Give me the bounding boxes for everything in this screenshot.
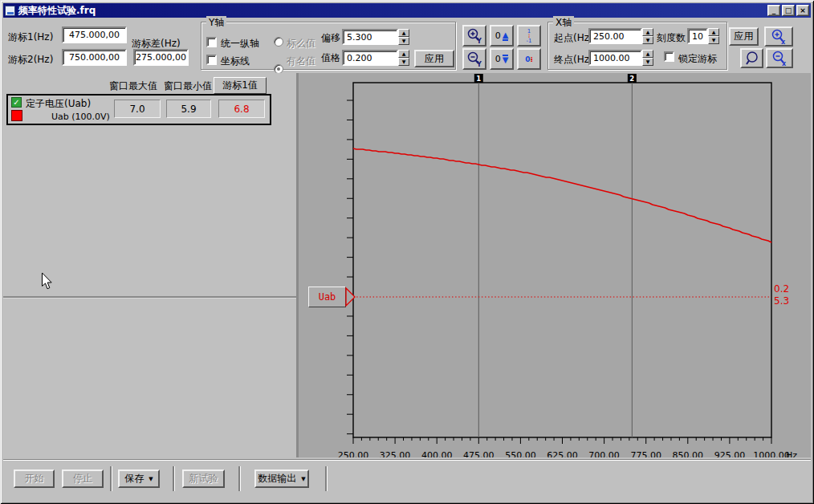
tick-count-field[interactable]: 10 <box>687 28 708 44</box>
maximize-button[interactable]: □ <box>782 5 795 16</box>
plus-minus-one-axis-icon: 1⁞-1 <box>527 29 532 43</box>
cursor1-label: 游标1(Hz) <box>8 30 53 44</box>
panel-splitter[interactable] <box>3 296 296 298</box>
x-tick-label: 1000.00 <box>753 450 790 457</box>
center-zero-button[interactable]: 0⁞ <box>517 48 541 70</box>
zoom-out-y-button[interactable]: Y <box>462 48 486 70</box>
spin-down-icon[interactable]: ▼ <box>398 37 409 45</box>
cursor2-field[interactable]: 750.000,00 <box>62 49 127 66</box>
magnifier-icon <box>743 50 761 67</box>
per-unit-radio[interactable] <box>274 37 283 47</box>
cursor-handle-label: 1 <box>476 75 481 83</box>
grid-line-label: 坐标线 <box>221 55 250 68</box>
channel-sub-label: Uab (100.0V) <box>51 112 110 122</box>
toolbar-separator <box>238 466 240 491</box>
zoom-reset-button[interactable] <box>740 48 763 68</box>
zoom-in-y-button[interactable]: Y <box>462 25 486 47</box>
plot-border <box>353 83 771 437</box>
toolbar-separator <box>325 466 327 491</box>
division-label: 值格 <box>321 51 340 65</box>
stop-button[interactable]: 停止 <box>62 469 104 488</box>
channel-cursor1-value: 6.8 <box>218 100 265 118</box>
new-test-button[interactable]: 新试验 <box>182 469 225 488</box>
minimize-button[interactable]: _ <box>767 5 780 16</box>
toolbar-separator <box>110 466 112 491</box>
division-field[interactable]: 0.200 <box>342 50 398 66</box>
spin-up-icon[interactable]: ▲ <box>642 50 653 58</box>
x-tick-label: 775.00 <box>630 450 661 457</box>
arrow-down-icon: ▼ <box>503 55 509 64</box>
center-plus-minus-one-button[interactable]: 1⁞-1 <box>517 25 541 47</box>
x-tick-label: 700.00 <box>588 450 620 457</box>
channel-enabled-checkbox[interactable]: ✓ <box>11 97 22 108</box>
col-header-cursor1-button[interactable]: 游标1值 <box>214 77 267 94</box>
col-header-window-min: 窗口最小值 <box>160 79 216 93</box>
magnifier-plus-x-icon: x <box>770 28 788 46</box>
magnifier-minus-y-icon: Y <box>466 51 483 68</box>
spin-up-icon[interactable]: ▲ <box>398 29 409 37</box>
x-apply-button[interactable]: 应用 <box>729 27 759 46</box>
x-end-label: 终点(Hz) <box>554 53 593 67</box>
zero-axis-icon: 0⁞ <box>525 55 533 63</box>
spin-down-icon[interactable]: ▼ <box>398 58 409 66</box>
x-start-field[interactable]: 250.00 <box>588 28 642 44</box>
move-zero-bottom-button[interactable]: 0 ▼ <box>490 48 514 70</box>
svg-text:Y: Y <box>476 38 482 45</box>
save-button[interactable]: 保存▼ <box>118 469 160 488</box>
offset-label: 偏移 <box>321 31 340 45</box>
spin-up-icon[interactable]: ▲ <box>708 28 719 36</box>
spin-down-icon[interactable]: ▼ <box>642 58 653 66</box>
unify-y-axis-label: 统一纵轴 <box>221 37 259 51</box>
dropdown-arrow-icon: ▼ <box>301 476 305 482</box>
close-button[interactable]: × <box>796 5 809 16</box>
grid-line-checkbox[interactable] <box>206 55 217 65</box>
zoom-out-x-button[interactable]: x <box>766 48 793 68</box>
x-tick-label: 325.00 <box>380 450 411 457</box>
magnifier-minus-x-icon: x <box>771 50 788 67</box>
zero-label: 0 <box>495 54 501 64</box>
unify-y-axis-checkbox[interactable] <box>206 37 217 47</box>
svg-text:x: x <box>781 39 786 46</box>
app-icon <box>5 6 15 16</box>
x-tick-label: 850.00 <box>673 450 704 457</box>
x-end-field[interactable]: 1000.00 <box>588 50 642 66</box>
spin-up-icon[interactable]: ▲ <box>642 28 653 36</box>
save-label: 保存 <box>124 472 144 486</box>
cursor-diff-field[interactable]: 275.000,00 <box>133 49 189 66</box>
x-tick-label: 400.00 <box>421 450 453 457</box>
spin-down-icon[interactable]: ▼ <box>642 36 653 44</box>
mouse-cursor <box>41 272 53 291</box>
y-apply-button[interactable]: 应用 <box>414 50 454 67</box>
reference-offset-value: 5.3 <box>774 295 789 307</box>
per-unit-label: 标么值 <box>287 37 315 51</box>
spin-down-icon[interactable]: ▼ <box>708 36 719 44</box>
title-bar[interactable]: 频率特性试验.frq _ □ × <box>3 3 811 18</box>
x-start-label: 起点(Hz) <box>554 31 593 45</box>
marker-triangle-icon[interactable] <box>345 287 357 307</box>
lock-cursor-label: 锁定游标 <box>678 52 717 66</box>
move-zero-top-button[interactable]: 0 ▲ <box>490 25 514 47</box>
channel-axis-marker[interactable]: Uab <box>308 287 346 307</box>
start-button[interactable]: 开始 <box>14 469 55 488</box>
x-end-spinner[interactable]: ▲▼ <box>642 50 653 66</box>
channel-window-max-value: 7.0 <box>114 100 161 118</box>
zoom-in-x-button[interactable]: x <box>764 26 793 47</box>
spin-up-icon[interactable]: ▲ <box>398 50 409 58</box>
reference-div-value: 0.2 <box>774 283 789 295</box>
offset-spinner[interactable]: ▲▼ <box>398 29 409 45</box>
tick-count-spinner[interactable]: ▲▼ <box>708 28 719 44</box>
x-start-spinner[interactable]: ▲▼ <box>642 28 653 44</box>
x-axis-group-title: X轴 <box>553 16 574 30</box>
series-curve-Uab <box>353 148 771 242</box>
window-title: 频率特性试验.frq <box>18 4 96 18</box>
lock-cursor-checkbox[interactable] <box>664 51 674 62</box>
x-tick-label: 550.00 <box>505 450 536 457</box>
app-window: 频率特性试验.frq _ □ × 游标1(Hz) 475.000,00 游标2(… <box>0 0 814 504</box>
cursor-handle-label: 2 <box>629 75 634 83</box>
division-spinner[interactable]: ▲▼ <box>398 50 409 66</box>
col-header-window-max: 窗口最大值 <box>105 79 161 93</box>
offset-field[interactable]: 5.300 <box>342 29 398 45</box>
cursor1-field[interactable]: 475.000,00 <box>62 26 127 43</box>
x-tick-label: 250.00 <box>338 450 369 457</box>
data-export-button[interactable]: 数据输出▼ <box>254 469 309 488</box>
